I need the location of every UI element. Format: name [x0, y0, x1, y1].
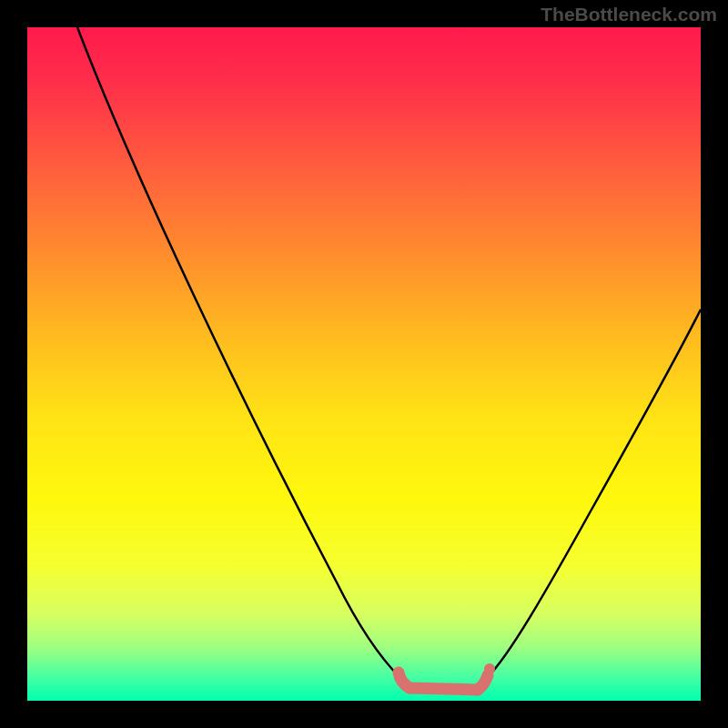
bottom-marker-group: [399, 663, 495, 690]
svg-point-0: [484, 663, 495, 674]
chart-svg: [27, 27, 701, 701]
plot-area: [27, 27, 701, 701]
left-curve: [77, 27, 400, 678]
watermark-text: TheBottleneck.com: [541, 4, 717, 25]
right-curve: [487, 309, 701, 678]
